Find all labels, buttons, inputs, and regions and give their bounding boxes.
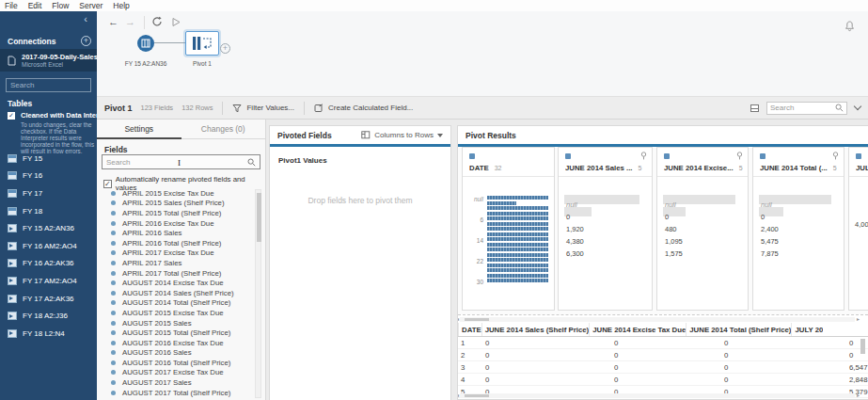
histogram-bar[interactable]: [487, 243, 548, 247]
tab-changes[interactable]: Changes (0): [181, 120, 266, 139]
field-list-item[interactable]: AUGUST 2014 Excise Tax Due: [97, 278, 254, 288]
value-row[interactable]: 4,380: [564, 231, 646, 243]
grid-column-header[interactable]: JUNE 2014 Total (Shelf Price): [686, 323, 791, 336]
add-connection-button[interactable]: +: [81, 36, 91, 46]
field-list-item[interactable]: AUGUST 2014 Sales (Shelf Price): [97, 288, 254, 298]
field-list-item[interactable]: APRIL 2015 Excise Tax Due: [97, 188, 254, 199]
sidebar-search-input[interactable]: [7, 81, 97, 89]
menu-item[interactable]: Edit: [28, 1, 42, 11]
tab-settings[interactable]: Settings: [97, 120, 181, 139]
field-list-item[interactable]: APRIL 2016 Excise Tax Due: [97, 218, 254, 229]
histogram-bar[interactable]: [487, 253, 548, 257]
menu-item[interactable]: Help: [113, 1, 129, 11]
value-row[interactable]: 1,575: [663, 243, 742, 255]
scrollbar-thumb[interactable]: [257, 193, 261, 242]
table-list-item[interactable]: FY 15: [0, 150, 97, 168]
histogram-bar[interactable]: [487, 258, 548, 262]
pivot-mode-dropdown[interactable]: Columns to Rows: [361, 131, 443, 139]
histogram-bar[interactable]: [487, 232, 548, 236]
profile-card-date[interactable]: DATE32 null6142230: [462, 147, 555, 311]
horizontal-scrollbar[interactable]: ◂▸: [460, 393, 855, 398]
histogram-bar[interactable]: [487, 248, 548, 251]
horizontal-scrollbar[interactable]: ◂▸: [460, 317, 855, 322]
table-list-item[interactable]: FY 16 AM2:AO4: [0, 237, 97, 255]
notifications-bell-icon[interactable]: [844, 21, 855, 32]
fields-search[interactable]: I: [102, 154, 260, 169]
refresh-icon[interactable]: [151, 16, 163, 27]
results-search[interactable]: [766, 102, 847, 115]
table-list-item[interactable]: FY 18 L2:N4: [0, 325, 97, 343]
field-list-item[interactable]: AUGUST 2015 Total (Shelf Price): [97, 328, 254, 338]
pivot-drop-placeholder[interactable]: Drop fields here to pivot them: [270, 196, 450, 205]
menu-item[interactable]: File: [5, 1, 18, 11]
field-list-item[interactable]: APRIL 2015 Sales (Shelf Price): [97, 199, 254, 209]
value-row[interactable]: 7,875: [759, 243, 838, 255]
grid-column-header[interactable]: JUNE 2014 Sales (Shelf Price): [481, 323, 590, 336]
field-list-item[interactable]: APRIL 2015 Total (Shelf Price): [97, 208, 254, 218]
collapse-pane-chevron-icon[interactable]: [854, 103, 861, 110]
connection-item[interactable]: 2017-09-05-Daily-Sales... Microsoft Exce…: [0, 49, 97, 72]
field-list-item[interactable]: APRIL 2016 Sales: [97, 228, 254, 238]
field-list-item[interactable]: AUGUST 2017 Excise Tax Due: [97, 368, 254, 378]
histogram-bar[interactable]: [487, 264, 548, 267]
field-list-item[interactable]: APRIL 2016 Total (Shelf Price): [97, 238, 254, 248]
grid-column-header[interactable]: DATE: [458, 323, 481, 336]
grid-row[interactable]: 2 0 0 0 0: [458, 349, 868, 361]
field-list-item[interactable]: AUGUST 2015 Sales: [97, 318, 254, 328]
pin-icon[interactable]: [736, 152, 743, 160]
table-list-item[interactable]: FY 17 A2:AK36: [0, 290, 97, 308]
menu-item[interactable]: Flow: [52, 1, 69, 11]
fields-search-input[interactable]: [106, 158, 247, 167]
table-list-item[interactable]: FY 17: [0, 184, 97, 202]
field-list-item[interactable]: APRIL 2017 Excise Tax Due: [97, 248, 254, 259]
undo-icon[interactable]: ←: [108, 16, 118, 27]
histogram-bar[interactable]: [487, 237, 548, 241]
pivot-node-selected[interactable]: [185, 31, 219, 56]
redo-icon[interactable]: →: [125, 16, 135, 27]
scroll-right-icon[interactable]: ▸: [857, 315, 860, 322]
table-list-item[interactable]: FY 18 A2:J36: [0, 307, 97, 325]
profile-card-june-excise[interactable]: JUNE 2014 Excise...5 null04801,0951,575: [656, 147, 749, 311]
value-row[interactable]: 1,095: [663, 231, 742, 243]
pin-icon[interactable]: [640, 152, 647, 160]
field-list-item[interactable]: AUGUST 2016 Total (Shelf Price): [97, 358, 254, 368]
fields-scrollbar[interactable]: [255, 189, 261, 398]
histogram-bar[interactable]: [487, 274, 548, 278]
table-list-item[interactable]: FY 16: [0, 168, 97, 185]
value-row[interactable]: 480: [663, 218, 742, 231]
value-row[interactable]: null: [759, 194, 838, 206]
vertical-scrollbar[interactable]: [860, 339, 865, 393]
menu-item[interactable]: Server: [79, 1, 103, 11]
results-search-input[interactable]: [770, 104, 835, 112]
grid-column-header[interactable]: JUNE 2014 Excise Tax Due: [589, 323, 686, 336]
grid-column-header[interactable]: JULY 20: [791, 323, 823, 336]
profile-card-june-sales[interactable]: JUNE 2014 Sales ...5 null01,9204,3806,30…: [558, 147, 653, 311]
value-row[interactable]: 0: [564, 206, 646, 218]
histogram-bar[interactable]: [487, 212, 548, 216]
grid-row[interactable]: 1 0 0 0 0: [458, 337, 868, 349]
profile-card-july[interactable]: JULY 2... 4,000,: [848, 147, 868, 311]
histogram-bar[interactable]: [487, 201, 516, 205]
scroll-left-icon[interactable]: ◂: [457, 392, 459, 398]
field-list-item[interactable]: AUGUST 2016 Excise Tax Due: [97, 338, 254, 348]
pin-icon[interactable]: [832, 152, 839, 160]
histogram-bar[interactable]: [487, 268, 548, 272]
sidebar-search[interactable]: [6, 78, 91, 92]
histogram-bar[interactable]: [487, 196, 548, 200]
histogram-bar[interactable]: [487, 222, 548, 226]
filter-funnel-icon[interactable]: [232, 104, 242, 113]
histogram-bar[interactable]: [487, 206, 548, 210]
histogram-bar[interactable]: [487, 227, 548, 231]
value-row[interactable]: 2,400: [759, 218, 838, 231]
value-row[interactable]: 6,300: [564, 243, 646, 255]
histogram-bar[interactable]: [487, 216, 548, 220]
value-row[interactable]: 0: [663, 206, 742, 218]
histogram-bar[interactable]: [487, 279, 548, 282]
table-list-item[interactable]: FY 15 A2:AN36: [0, 219, 97, 237]
data-interpreter-checkbox[interactable]: ✓: [8, 112, 15, 120]
calculated-field-icon[interactable]: [314, 104, 324, 113]
field-list-item[interactable]: AUGUST 2014 Total (Shelf Price): [97, 298, 254, 309]
scrollbar-thumb[interactable]: [465, 394, 489, 398]
field-list-item[interactable]: AUGUST 2017 Sales: [97, 377, 254, 388]
run-flow-icon[interactable]: [172, 18, 181, 26]
